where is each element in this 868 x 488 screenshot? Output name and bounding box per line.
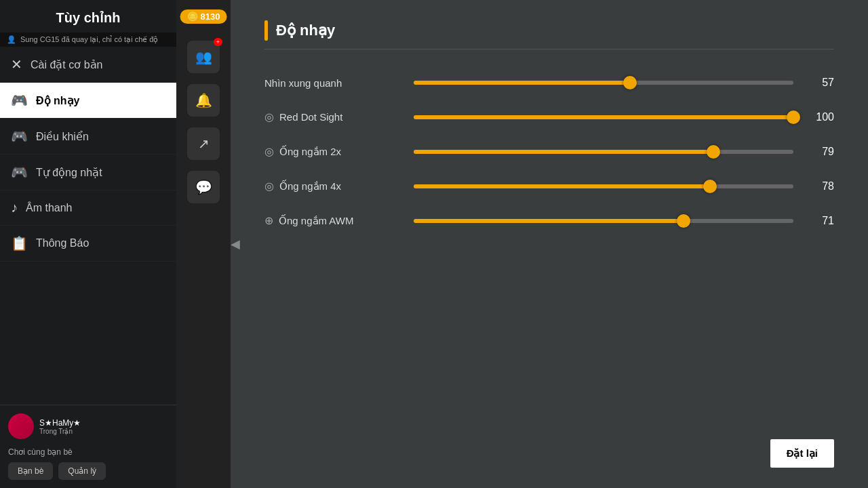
slider-label-red-dot: Red Dot Sight [279,111,342,123]
sidebar-label-sound: Âm thanh [26,202,72,214]
slider-thumb-scope-4x[interactable] [703,180,717,193]
slider-label-look-around: Nhìn xung quanh [264,77,342,89]
sidebar-item-basic[interactable]: ✕ Cài đặt cơ bản [0,47,176,83]
friend-item: S★HaMy★ Trong Trận [0,409,176,443]
slider-scope-icon-scope-awm: ⊕ [264,214,273,227]
notification-icon: 🔔 [195,92,212,108]
slider-track-scope-awm[interactable] [414,218,793,224]
slider-track-scope-4x[interactable] [414,184,793,189]
share-icon: ↗ [198,136,210,152]
sidebar-label-notify: Thông Báo [36,237,89,249]
slider-scope-icon-scope-4x: ◎ [264,180,274,192]
slider-scope-icon-scope-2x: ◎ [264,145,274,158]
slider-label-scope-4x: Ống ngắm 4x [279,180,341,192]
slider-label-wrap-scope-4x: ◎ Ống ngắm 4x [264,180,400,192]
page-accent [264,20,268,41]
friend-name: S★HaMy★ [39,418,168,428]
slider-label-wrap-red-dot: ◎ Red Dot Sight [264,110,400,123]
gold-amount: 8130 [201,12,220,22]
sound-icon: ♪ [11,200,18,216]
slider-value-look-around: 57 [807,77,834,89]
friends-label: Chơi cùng bạn bè [0,443,176,458]
notify-menu-icon: 📋 [11,235,28,251]
slider-thumb-look-around[interactable] [623,76,637,89]
slider-value-scope-awm: 71 [807,215,834,227]
slider-label-wrap-scope-2x: ◎ Ống ngắm 2x [264,145,400,158]
auto-icon: 🎮 [11,164,28,180]
panel-squad[interactable]: 👥 + [187,41,220,73]
slider-thumb-scope-2x[interactable] [707,145,720,159]
main-content: ◀ Độ nhạy Nhìn xung quanh 57 ◎ Red Dot S… [231,0,868,488]
sidebar-item-auto[interactable]: 🎮 Tự động nhặt [0,155,176,190]
slider-track-look-around[interactable] [414,80,793,85]
slider-fill-scope-4x [414,184,710,188]
friends-section: S★HaMy★ Trong Trận Chơi cùng bạn bè Bạn … [0,405,176,488]
sidebar-label-basic: Cài đặt cơ bản [31,58,102,71]
sidebar: Tùy chỉnh 👤 Sung CG15 đã quay lại, chỉ c… [0,0,176,488]
friend-status: Trong Trận [39,428,168,435]
slider-track-scope-2x[interactable] [414,149,793,155]
slider-fill-look-around [414,81,630,85]
sliders-container: Nhìn xung quanh 57 ◎ Red Dot Sight 100 ◎ [264,77,834,227]
slider-track-red-dot[interactable] [414,115,793,120]
social-buttons: Bạn bè Quản lý [0,458,176,484]
page-header: Độ nhạy [264,20,834,49]
panel-notification[interactable]: 🔔 [187,84,220,117]
slider-row-scope-2x: ◎ Ống ngắm 2x 79 [264,145,834,158]
squad-icon: 👥 [195,49,212,65]
scroll-left-indicator[interactable]: ◀ [231,237,240,251]
page-title: Độ nhạy [276,22,335,39]
slider-thumb-scope-awm[interactable] [677,214,690,228]
slider-fill-scope-2x [414,150,713,154]
notify-icon: 👤 [7,35,16,44]
slider-fill-red-dot [414,115,793,119]
slider-label-wrap-scope-awm: ⊕ Ống ngắm AWM [264,214,400,227]
sidebar-label-auto: Tự động nhặt [36,166,102,179]
slider-fill-scope-awm [414,219,684,223]
panel-message[interactable]: 💬 [187,171,220,203]
basic-icon: ✕ [11,56,22,73]
side-panel: 🪙 8130 👥 + 🔔 ↗ 💬 [176,0,231,488]
manage-button[interactable]: Quản lý [58,462,106,480]
slider-label-wrap-look-around: Nhìn xung quanh [264,77,400,89]
sensitivity-icon: 🎮 [11,92,28,108]
sidebar-title: Tùy chỉnh [0,0,176,33]
slider-thumb-red-dot[interactable] [787,110,800,124]
slider-value-scope-2x: 79 [807,146,834,158]
sidebar-label-sensitivity: Độ nhạy [36,94,79,107]
slider-row-scope-awm: ⊕ Ống ngắm AWM 71 [264,214,834,227]
slider-row-red-dot: ◎ Red Dot Sight 100 [264,110,834,123]
sidebar-item-sound[interactable]: ♪ Âm thanh [0,190,176,226]
sidebar-notify-bar: 👤 Sung CG15 đã quay lại, chỉ có tại chế … [0,33,176,47]
sidebar-item-notify[interactable]: 📋 Thông Báo [0,226,176,262]
sidebar-label-controls: Điều khiển [36,130,89,143]
squad-badge: + [214,38,222,46]
slider-row-scope-4x: ◎ Ống ngắm 4x 78 [264,180,834,192]
coin-icon: 🪙 [187,12,198,22]
message-icon: 💬 [195,179,212,195]
panel-share[interactable]: ↗ [187,127,220,160]
friends-button[interactable]: Bạn bè [8,462,53,480]
slider-value-red-dot: 100 [807,111,834,123]
sidebar-item-sensitivity[interactable]: 🎮 Độ nhạy [0,83,176,119]
reset-button[interactable]: Đặt lại [770,439,834,468]
slider-row-look-around: Nhìn xung quanh 57 [264,77,834,89]
notify-text: Sung CG15 đã quay lại, chỉ có tại chế độ [20,35,158,44]
slider-scope-icon-red-dot: ◎ [264,110,274,123]
slider-label-scope-2x: Ống ngắm 2x [279,146,341,158]
slider-label-scope-awm: Ống ngắm AWM [279,215,353,227]
controls-icon: 🎮 [11,128,28,144]
slider-value-scope-4x: 78 [807,180,834,192]
gold-bar: 🪙 8130 [180,9,227,24]
friend-avatar [8,413,34,439]
friend-info: S★HaMy★ Trong Trận [39,418,168,435]
sidebar-item-controls[interactable]: 🎮 Điều khiển [0,119,176,155]
